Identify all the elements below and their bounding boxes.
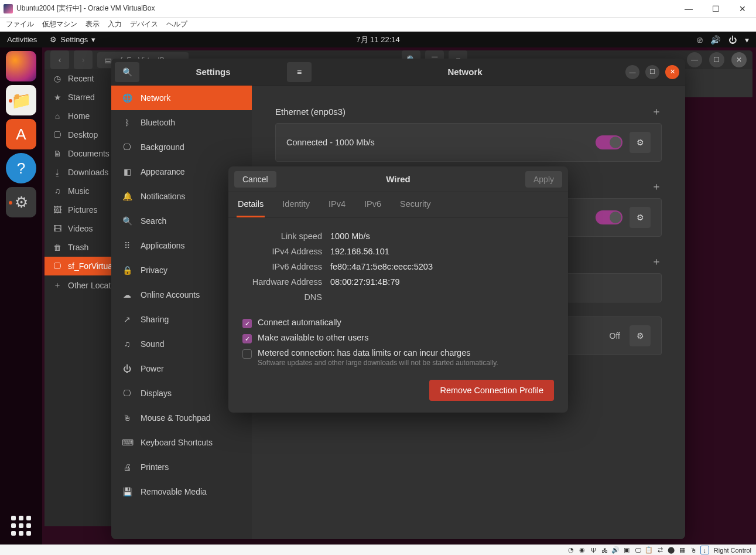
keyboard-icon: ⌨ xyxy=(122,438,132,447)
nav-forward-button[interactable]: › xyxy=(74,50,93,69)
tab-security[interactable]: Security xyxy=(399,192,432,217)
hardware-address-label: Hardware Address xyxy=(242,277,330,287)
appearance-icon: ◧ xyxy=(122,167,132,176)
add-ethernet-button[interactable]: ＋ xyxy=(651,104,662,118)
app-menu[interactable]: ⚙ Settings ▾ xyxy=(50,35,95,44)
add-connection-button-2[interactable]: ＋ xyxy=(651,179,662,193)
clock[interactable]: 7月 11 22:14 xyxy=(356,35,399,45)
globe-icon: 🌐 xyxy=(122,93,132,103)
vbox-hostkey-icon[interactable]: ↓ xyxy=(700,546,709,554)
printer-icon: 🖨 xyxy=(122,462,132,472)
host-menu-file[interactable]: ファイル xyxy=(6,19,34,29)
gear-icon: ⚙ xyxy=(50,35,57,44)
tab-ipv4[interactable]: IPv4 xyxy=(327,192,347,217)
connect-automatically-checkbox[interactable]: ✓ Connect automatically xyxy=(242,318,554,328)
tab-details[interactable]: Details xyxy=(237,192,265,217)
checkbox-icon: ✓ xyxy=(242,319,252,328)
ethernet-settings-button[interactable]: ⚙ xyxy=(630,132,651,153)
tab-identity[interactable]: Identity xyxy=(281,192,311,217)
vbox-cd-icon[interactable]: ◉ xyxy=(578,546,587,554)
bell-icon: 🔔 xyxy=(122,192,132,201)
sound-icon: ♫ xyxy=(122,339,132,349)
host-close-button[interactable]: ✕ xyxy=(729,0,756,18)
network-indicator-icon[interactable]: ⎚ xyxy=(697,35,702,45)
host-menu-devices[interactable]: デバイス xyxy=(130,19,158,29)
sidebar-item-keyboard-shortcuts[interactable]: ⌨Keyboard Shortcuts xyxy=(111,430,252,455)
tab-ipv6[interactable]: IPv6 xyxy=(363,192,382,217)
power-icon[interactable]: ⏻ xyxy=(728,35,737,45)
dock-show-applications[interactable] xyxy=(9,514,33,537)
cancel-button[interactable]: Cancel xyxy=(234,171,276,188)
vbox-usb-icon[interactable]: Ψ xyxy=(589,546,598,554)
media-icon: 💾 xyxy=(122,487,132,496)
host-menu-help[interactable]: ヘルプ xyxy=(166,19,187,29)
dock-firefox[interactable] xyxy=(6,51,36,81)
host-minimize-button[interactable]: — xyxy=(675,0,702,18)
settings-maximize-button[interactable]: ☐ xyxy=(645,65,659,79)
available-other-users-checkbox[interactable]: ✓ Make available to other users xyxy=(242,333,554,343)
sidebar-item-network[interactable]: 🌐Network xyxy=(111,86,252,110)
host-maximize-button[interactable]: ☐ xyxy=(702,0,729,18)
files-maximize-button[interactable]: ☐ xyxy=(709,52,724,67)
vbox-record-icon[interactable]: ⬤ xyxy=(667,546,676,554)
settings-minimize-button[interactable]: — xyxy=(625,65,639,79)
proxy-settings-button[interactable]: ⚙ xyxy=(630,325,651,346)
host-menu-machine[interactable]: 仮想マシン xyxy=(42,19,77,29)
dock-software[interactable]: A xyxy=(6,119,36,149)
sidebar-item-bluetooth[interactable]: ᛒBluetooth xyxy=(111,110,252,135)
host-menu-view[interactable]: 表示 xyxy=(85,19,100,29)
vbox-cpu-icon[interactable]: ▦ xyxy=(678,546,687,554)
sidebar-item-printers[interactable]: 🖨Printers xyxy=(111,455,252,479)
checkbox-icon: ✓ xyxy=(242,334,252,343)
apps-icon: ⠿ xyxy=(122,241,132,250)
ubuntu-dock: 📁 A ? ⚙ xyxy=(0,47,42,544)
connection-toggle-2[interactable] xyxy=(596,210,622,224)
settings-title: Settings xyxy=(143,67,283,77)
gear-icon: ⚙ xyxy=(637,331,644,341)
proxy-off-label: Off xyxy=(610,331,620,341)
metered-connection-checkbox[interactable]: Metered connection: has data limits or c… xyxy=(242,348,554,367)
vbox-drag-icon[interactable]: ⇄ xyxy=(656,546,665,554)
vbox-audio-icon[interactable]: 🔊 xyxy=(611,546,620,554)
sidebar-item-background[interactable]: 🖵Background xyxy=(111,135,252,159)
dock-help[interactable]: ? xyxy=(6,153,36,183)
volume-icon[interactable]: 🔊 xyxy=(710,35,720,45)
settings-close-button[interactable]: ✕ xyxy=(665,65,679,79)
cloud-icon: ☁ xyxy=(122,290,132,299)
dock-settings[interactable]: ⚙ xyxy=(6,187,36,217)
remove-connection-profile-button[interactable]: Remove Connection Profile xyxy=(429,380,554,401)
share-icon: ↗ xyxy=(122,315,132,324)
vbox-mouse-icon[interactable]: 🖱 xyxy=(689,546,698,554)
vbox-clipboard-icon[interactable]: 📋 xyxy=(645,546,654,554)
vbox-display-icon[interactable]: 🖵 xyxy=(634,546,642,554)
checkbox-icon xyxy=(242,349,252,359)
files-minimize-button[interactable]: — xyxy=(687,52,702,67)
gear-icon: ⚙ xyxy=(637,213,644,222)
metered-connection-hint: Software updates and other large downloa… xyxy=(258,359,498,367)
wired-dialog-title: Wired xyxy=(386,174,411,184)
settings-search-button[interactable]: 🔍 xyxy=(115,62,139,82)
apply-button[interactable]: Apply xyxy=(525,171,562,188)
settings-hamburger-button[interactable]: ≡ xyxy=(287,62,312,82)
host-menu-input[interactable]: 入力 xyxy=(108,19,122,29)
mouse-icon: 🖱 xyxy=(122,413,132,423)
connect-automatically-label: Connect automatically xyxy=(258,318,341,327)
ethernet-toggle[interactable] xyxy=(596,135,622,149)
settings-panel-title: Network xyxy=(315,67,615,77)
files-close-button[interactable]: ✕ xyxy=(731,52,747,67)
activities-button[interactable]: Activities xyxy=(7,35,37,44)
sidebar-item-removable-media[interactable]: 💾Removable Media xyxy=(111,479,252,504)
add-connection-button-3[interactable]: ＋ xyxy=(651,254,662,268)
vbox-net-icon[interactable]: 🖧 xyxy=(600,546,609,554)
display-icon: 🖵 xyxy=(122,389,132,398)
dock-files[interactable]: 📁 xyxy=(6,85,36,115)
vbox-shared-icon[interactable]: ▣ xyxy=(622,546,631,554)
chevron-down-icon[interactable]: ▾ xyxy=(745,35,749,45)
nav-back-button[interactable]: ‹ xyxy=(50,50,69,69)
virtualbox-statusbar: ◔ ◉ Ψ 🖧 🔊 ▣ 🖵 📋 ⇄ ⬤ ▦ 🖱 ↓ Right Control xyxy=(0,544,756,555)
ipv6-address-label: IPv6 Address xyxy=(242,262,330,271)
virtualbox-icon xyxy=(4,4,13,13)
vbox-hdd-icon[interactable]: ◔ xyxy=(567,546,576,554)
connection-settings-button-2[interactable]: ⚙ xyxy=(630,207,651,228)
chevron-down-icon: ▾ xyxy=(91,35,95,44)
